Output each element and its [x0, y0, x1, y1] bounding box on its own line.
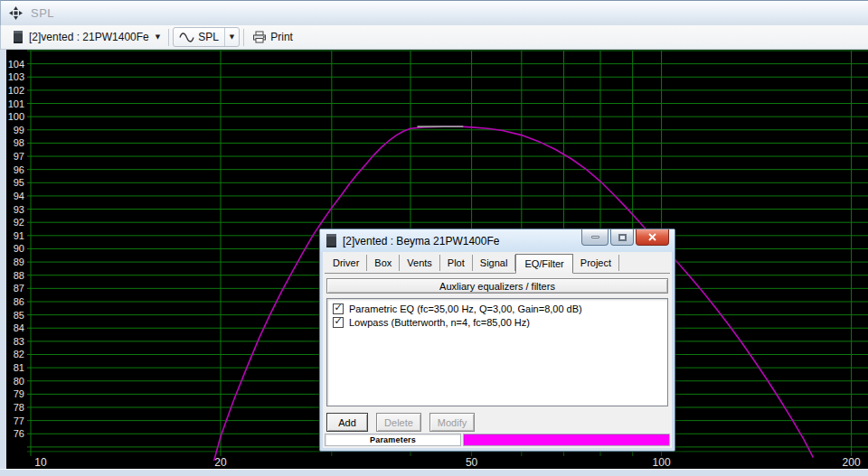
close-icon — [648, 233, 656, 241]
window-title: SPL — [31, 6, 54, 20]
tab-signal[interactable]: Signal — [473, 255, 516, 271]
project-icon — [14, 31, 23, 43]
y-axis-label: 81 — [14, 362, 24, 373]
y-axis-label: 89 — [14, 257, 24, 267]
filter-listbox[interactable]: ✓Parametric EQ (fc=35,00 Hz, Q=3,00, Gai… — [326, 298, 668, 406]
tab-bar: DriverBoxVentsPlotSignalEQ/FilterProject — [325, 254, 670, 274]
checkbox-checked[interactable]: ✓ — [333, 303, 344, 314]
y-axis-label: 97 — [14, 151, 24, 162]
printer-icon — [252, 31, 267, 43]
y-axis-label: 103 — [8, 71, 24, 82]
progress-bar — [463, 434, 670, 446]
y-axis-label: 80 — [14, 376, 24, 387]
add-button[interactable]: Add — [326, 413, 368, 432]
y-axis-label: 104 — [8, 59, 24, 70]
sine-wave-icon — [179, 33, 194, 42]
maximize-button[interactable] — [610, 229, 634, 246]
toolbar: [2]vented : 21PW1400Fe ▼ SPL ▼ — [0, 25, 868, 50]
dialog-icon — [326, 234, 336, 247]
aux-equalizers-button[interactable]: Auxliary equalizers / filters — [326, 278, 668, 294]
plot-type-group: SPL ▼ — [173, 27, 240, 47]
y-axis-label: 84 — [14, 322, 24, 333]
checkmark-icon: ✓ — [334, 303, 342, 313]
y-axis-label: 92 — [14, 217, 24, 228]
y-axis-label: 76 — [14, 428, 24, 439]
move-icon — [9, 6, 23, 20]
checkbox-checked[interactable]: ✓ — [333, 317, 344, 328]
close-button[interactable] — [636, 229, 669, 246]
dialog-button-row: AddDeleteModify — [326, 413, 668, 432]
spl-plot-window: SPL [2]vented : 21PW1400Fe ▼ SPL ▼ — [0, 0, 868, 476]
caption-buttons — [580, 229, 669, 246]
filter-label: Lowpass (Butterworth, n=4, fc=85,00 Hz) — [349, 317, 530, 328]
tab-driver[interactable]: Driver — [326, 255, 367, 271]
y-axis-label: 90 — [14, 243, 24, 254]
maximize-icon — [618, 234, 627, 241]
y-axis-label: 83 — [14, 336, 24, 347]
tab-vents[interactable]: Vents — [400, 255, 440, 271]
window-bottom-border — [0, 469, 868, 476]
plot-type-button[interactable]: SPL — [174, 28, 224, 46]
filter-list-item[interactable]: ✓Lowpass (Butterworth, n=4, fc=85,00 Hz) — [329, 315, 665, 329]
status-bar: Parameters — [325, 434, 670, 446]
y-axis-label: 94 — [14, 191, 24, 201]
print-button[interactable]: Print — [248, 28, 297, 47]
y-axis-label: 96 — [14, 164, 24, 175]
x-axis-label: 20 — [214, 456, 227, 469]
x-axis-label: 100 — [653, 456, 671, 469]
tab-project[interactable]: Project — [573, 255, 619, 271]
tab-plot[interactable]: Plot — [440, 255, 473, 271]
y-axis-label: 98 — [14, 137, 24, 148]
dialog-title: [2]vented : Beyma 21PW1400Fe — [343, 235, 499, 247]
y-axis-label: 99 — [14, 125, 24, 135]
y-axis-label: 87 — [14, 283, 24, 294]
print-label: Print — [270, 31, 293, 43]
checkmark-icon: ✓ — [334, 317, 342, 326]
y-axis-label: 88 — [14, 270, 24, 281]
y-axis-label: 100 — [8, 111, 24, 122]
tab-eq-filter[interactable]: EQ/Filter — [515, 254, 572, 274]
filter-label: Parametric EQ (fc=35,00 Hz, Q=3,00, Gain… — [349, 303, 582, 314]
x-axis-label: 50 — [466, 456, 478, 469]
delete-button: Delete — [376, 413, 421, 432]
y-axis-label: 101 — [8, 98, 24, 109]
modify-button: Modify — [429, 413, 475, 432]
dialog-titlebar[interactable]: [2]vented : Beyma 21PW1400Fe — [320, 229, 675, 252]
y-axis-label: 102 — [8, 85, 24, 96]
window-titlebar[interactable]: SPL — [0, 0, 868, 25]
y-axis-label: 79 — [14, 388, 24, 399]
x-axis-label: 200 — [843, 456, 861, 469]
y-axis-label: 95 — [14, 177, 24, 188]
plot-type-label: SPL — [198, 31, 219, 43]
window-left-border — [0, 50, 6, 476]
project-dialog: [2]vented : Beyma 21PW1400Fe DriverBoxVe… — [319, 229, 675, 452]
minimize-icon — [591, 236, 599, 238]
chevron-down-icon[interactable]: ▼ — [156, 33, 160, 41]
dialog-body: DriverBoxVentsPlotSignalEQ/FilterProject… — [323, 252, 672, 448]
y-axis-label: 86 — [14, 296, 24, 307]
y-axis-label: 91 — [14, 230, 24, 241]
chevron-down-icon: ▼ — [230, 33, 234, 41]
y-axis-label: 82 — [14, 349, 24, 359]
tab-box[interactable]: Box — [367, 255, 400, 271]
project-selector-label: [2]vented : 21PW1400Fe — [29, 31, 149, 43]
y-axis-label: 78 — [14, 402, 24, 413]
filter-list-item[interactable]: ✓Parametric EQ (fc=35,00 Hz, Q=3,00, Gai… — [329, 302, 665, 315]
x-axis-label: 10 — [34, 456, 47, 469]
project-selector[interactable]: [2]vented : 21PW1400Fe ▼ — [9, 28, 165, 47]
y-axis-label: 77 — [14, 415, 24, 426]
y-axis-label: 85 — [14, 310, 24, 321]
y-axis-label: 93 — [14, 204, 24, 215]
status-label: Parameters — [325, 434, 461, 446]
toolbar-separator — [168, 29, 169, 46]
plot-type-dropdown[interactable]: ▼ — [225, 28, 239, 46]
toolbar-separator — [243, 29, 244, 46]
minimize-button[interactable] — [581, 229, 609, 246]
